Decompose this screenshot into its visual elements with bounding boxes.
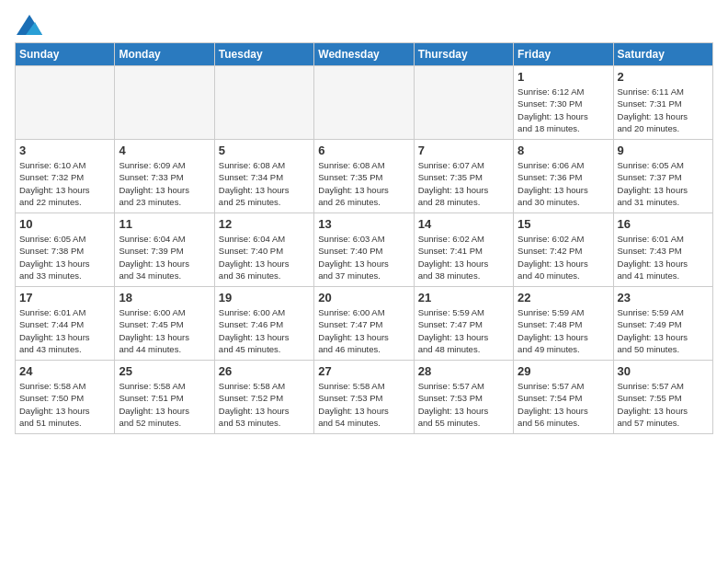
- day-number: 4: [119, 144, 210, 157]
- day-info: Sunrise: 5:59 AMSunset: 7:49 PMDaylight:…: [618, 306, 709, 355]
- weekday-header-row: SundayMondayTuesdayWednesdayThursdayFrid…: [16, 43, 713, 66]
- day-number: 14: [418, 217, 509, 231]
- day-info: Sunrise: 6:02 AMSunset: 7:42 PMDaylight:…: [518, 233, 609, 282]
- day-number: 2: [618, 70, 709, 84]
- calendar-week-row: 10Sunrise: 6:05 AMSunset: 7:38 PMDayligh…: [16, 213, 713, 287]
- day-info: Sunrise: 6:05 AMSunset: 7:37 PMDaylight:…: [618, 159, 709, 208]
- calendar-cell: 7Sunrise: 6:07 AMSunset: 7:35 PMDaylight…: [414, 140, 513, 213]
- day-number: 20: [318, 291, 409, 304]
- calendar-cell: 25Sunrise: 5:58 AMSunset: 7:51 PMDayligh…: [115, 361, 214, 434]
- day-number: 21: [418, 291, 509, 304]
- day-info: Sunrise: 5:58 AMSunset: 7:51 PMDaylight:…: [119, 380, 210, 429]
- day-info: Sunrise: 6:00 AMSunset: 7:45 PMDaylight:…: [119, 306, 210, 355]
- day-number: 29: [518, 364, 609, 378]
- day-number: 9: [618, 144, 709, 157]
- day-number: 12: [219, 217, 310, 231]
- calendar-week-row: 24Sunrise: 5:58 AMSunset: 7:50 PMDayligh…: [16, 361, 713, 434]
- weekday-header-friday: Friday: [514, 43, 613, 66]
- day-info: Sunrise: 5:57 AMSunset: 7:53 PMDaylight:…: [418, 380, 509, 429]
- day-info: Sunrise: 6:00 AMSunset: 7:46 PMDaylight:…: [219, 306, 310, 355]
- day-number: 25: [119, 364, 210, 378]
- day-info: Sunrise: 6:03 AMSunset: 7:40 PMDaylight:…: [318, 233, 409, 282]
- weekday-header-sunday: Sunday: [16, 43, 115, 66]
- calendar-cell: 5Sunrise: 6:08 AMSunset: 7:34 PMDaylight…: [214, 140, 313, 213]
- day-number: 1: [518, 70, 609, 84]
- day-info: Sunrise: 6:06 AMSunset: 7:36 PMDaylight:…: [518, 159, 609, 208]
- calendar-cell: 1Sunrise: 6:12 AMSunset: 7:30 PMDaylight…: [514, 66, 613, 140]
- day-info: Sunrise: 5:59 AMSunset: 7:47 PMDaylight:…: [418, 306, 509, 355]
- calendar-cell: 21Sunrise: 5:59 AMSunset: 7:47 PMDayligh…: [414, 287, 513, 361]
- day-number: 23: [618, 291, 709, 304]
- weekday-header-wednesday: Wednesday: [314, 43, 414, 66]
- day-number: 6: [318, 144, 409, 157]
- calendar-cell: [414, 66, 513, 140]
- day-number: 17: [19, 291, 110, 304]
- day-number: 10: [19, 217, 110, 231]
- weekday-header-saturday: Saturday: [613, 43, 712, 66]
- day-info: Sunrise: 6:08 AMSunset: 7:35 PMDaylight:…: [318, 159, 409, 208]
- day-info: Sunrise: 6:04 AMSunset: 7:39 PMDaylight:…: [119, 233, 210, 282]
- day-number: 11: [119, 217, 210, 231]
- calendar-week-row: 3Sunrise: 6:10 AMSunset: 7:32 PMDaylight…: [16, 140, 713, 213]
- day-info: Sunrise: 5:58 AMSunset: 7:53 PMDaylight:…: [318, 380, 409, 429]
- calendar-cell: 18Sunrise: 6:00 AMSunset: 7:45 PMDayligh…: [115, 287, 214, 361]
- day-info: Sunrise: 6:05 AMSunset: 7:38 PMDaylight:…: [19, 233, 110, 282]
- day-number: 22: [518, 291, 609, 304]
- calendar-cell: 26Sunrise: 5:58 AMSunset: 7:52 PMDayligh…: [214, 361, 313, 434]
- day-number: 26: [219, 364, 310, 378]
- day-info: Sunrise: 6:00 AMSunset: 7:47 PMDaylight:…: [318, 306, 409, 355]
- day-info: Sunrise: 5:58 AMSunset: 7:50 PMDaylight:…: [19, 380, 110, 429]
- day-number: 8: [518, 144, 609, 157]
- day-info: Sunrise: 6:10 AMSunset: 7:32 PMDaylight:…: [19, 159, 110, 208]
- calendar-cell: 19Sunrise: 6:00 AMSunset: 7:46 PMDayligh…: [214, 287, 313, 361]
- day-info: Sunrise: 6:08 AMSunset: 7:34 PMDaylight:…: [219, 159, 310, 208]
- day-info: Sunrise: 6:01 AMSunset: 7:43 PMDaylight:…: [618, 233, 709, 282]
- day-number: 28: [418, 364, 509, 378]
- calendar-week-row: 17Sunrise: 6:01 AMSunset: 7:44 PMDayligh…: [16, 287, 713, 361]
- calendar-cell: 22Sunrise: 5:59 AMSunset: 7:48 PMDayligh…: [514, 287, 613, 361]
- day-number: 19: [219, 291, 310, 304]
- weekday-header-monday: Monday: [115, 43, 214, 66]
- calendar-cell: 9Sunrise: 6:05 AMSunset: 7:37 PMDaylight…: [613, 140, 712, 213]
- calendar-cell: 27Sunrise: 5:58 AMSunset: 7:53 PMDayligh…: [314, 361, 414, 434]
- day-info: Sunrise: 6:01 AMSunset: 7:44 PMDaylight:…: [19, 306, 110, 355]
- day-number: 24: [19, 364, 110, 378]
- calendar-cell: 16Sunrise: 6:01 AMSunset: 7:43 PMDayligh…: [613, 213, 712, 287]
- calendar-cell: 29Sunrise: 5:57 AMSunset: 7:54 PMDayligh…: [514, 361, 613, 434]
- day-info: Sunrise: 5:59 AMSunset: 7:48 PMDaylight:…: [518, 306, 609, 355]
- calendar-cell: 6Sunrise: 6:08 AMSunset: 7:35 PMDaylight…: [314, 140, 414, 213]
- day-number: 16: [618, 217, 709, 231]
- day-info: Sunrise: 6:07 AMSunset: 7:35 PMDaylight:…: [418, 159, 509, 208]
- calendar-cell: 11Sunrise: 6:04 AMSunset: 7:39 PMDayligh…: [115, 213, 214, 287]
- calendar-cell: 20Sunrise: 6:00 AMSunset: 7:47 PMDayligh…: [314, 287, 414, 361]
- day-info: Sunrise: 6:02 AMSunset: 7:41 PMDaylight:…: [418, 233, 509, 282]
- day-info: Sunrise: 5:57 AMSunset: 7:54 PMDaylight:…: [518, 380, 609, 429]
- weekday-header-tuesday: Tuesday: [214, 43, 313, 66]
- logo: [15, 15, 42, 31]
- calendar-table: SundayMondayTuesdayWednesdayThursdayFrid…: [15, 42, 713, 434]
- day-number: 27: [318, 364, 409, 378]
- calendar-cell: 23Sunrise: 5:59 AMSunset: 7:49 PMDayligh…: [613, 287, 712, 361]
- day-number: 15: [518, 217, 609, 231]
- calendar-cell: 13Sunrise: 6:03 AMSunset: 7:40 PMDayligh…: [314, 213, 414, 287]
- day-number: 3: [19, 144, 110, 157]
- calendar-cell: [16, 66, 115, 140]
- weekday-header-thursday: Thursday: [414, 43, 513, 66]
- day-info: Sunrise: 6:09 AMSunset: 7:33 PMDaylight:…: [119, 159, 210, 208]
- calendar-cell: 24Sunrise: 5:58 AMSunset: 7:50 PMDayligh…: [16, 361, 115, 434]
- logo-icon: [17, 15, 42, 35]
- calendar-cell: [214, 66, 313, 140]
- day-info: Sunrise: 6:04 AMSunset: 7:40 PMDaylight:…: [219, 233, 310, 282]
- calendar-cell: 14Sunrise: 6:02 AMSunset: 7:41 PMDayligh…: [414, 213, 513, 287]
- day-number: 18: [119, 291, 210, 304]
- day-number: 13: [318, 217, 409, 231]
- calendar-cell: 8Sunrise: 6:06 AMSunset: 7:36 PMDaylight…: [514, 140, 613, 213]
- day-number: 7: [418, 144, 509, 157]
- calendar-cell: 17Sunrise: 6:01 AMSunset: 7:44 PMDayligh…: [16, 287, 115, 361]
- day-info: Sunrise: 5:57 AMSunset: 7:55 PMDaylight:…: [618, 380, 709, 429]
- calendar-cell: 30Sunrise: 5:57 AMSunset: 7:55 PMDayligh…: [613, 361, 712, 434]
- page-header: [15, 15, 713, 31]
- day-info: Sunrise: 6:12 AMSunset: 7:30 PMDaylight:…: [518, 86, 609, 134]
- day-number: 30: [618, 364, 709, 378]
- calendar-week-row: 1Sunrise: 6:12 AMSunset: 7:30 PMDaylight…: [16, 66, 713, 140]
